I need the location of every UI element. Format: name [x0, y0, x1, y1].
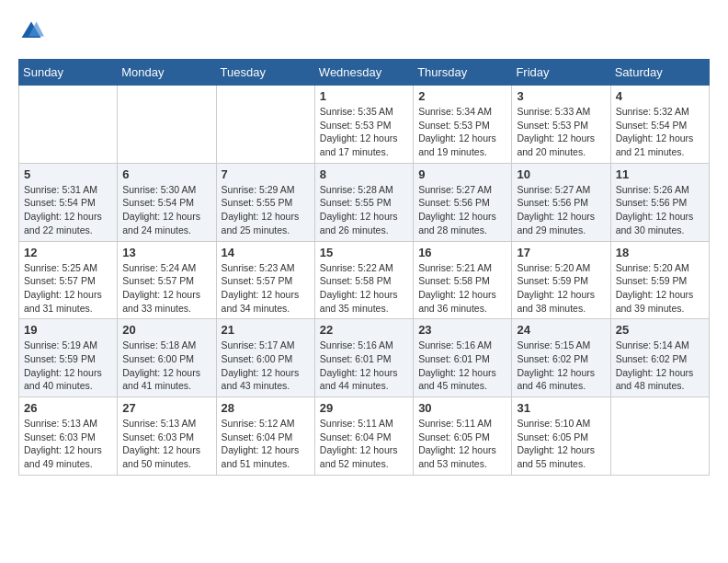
calendar-cell: 20Sunrise: 5:18 AM Sunset: 6:00 PM Dayli…	[118, 319, 216, 397]
calendar-cell: 25Sunrise: 5:14 AM Sunset: 6:02 PM Dayli…	[610, 319, 709, 397]
calendar-cell: 8Sunrise: 5:28 AM Sunset: 5:55 PM Daylig…	[314, 163, 413, 241]
calendar-cell: 18Sunrise: 5:20 AM Sunset: 5:59 PM Dayli…	[610, 241, 709, 319]
calendar-cell: 3Sunrise: 5:33 AM Sunset: 5:53 PM Daylig…	[512, 86, 610, 164]
calendar-cell: 11Sunrise: 5:26 AM Sunset: 5:56 PM Dayli…	[610, 163, 709, 241]
day-info: Sunrise: 5:33 AM Sunset: 5:53 PM Dayligh…	[517, 105, 605, 159]
calendar-cell: 6Sunrise: 5:30 AM Sunset: 5:54 PM Daylig…	[118, 163, 216, 241]
day-number: 21	[222, 323, 310, 337]
calendar-cell: 19Sunrise: 5:19 AM Sunset: 5:59 PM Dayli…	[19, 319, 118, 397]
day-info: Sunrise: 5:14 AM Sunset: 6:02 PM Dayligh…	[616, 339, 704, 393]
header-day-sunday: Sunday	[19, 60, 118, 86]
calendar-cell: 27Sunrise: 5:13 AM Sunset: 6:03 PM Dayli…	[118, 397, 216, 476]
day-info: Sunrise: 5:31 AM Sunset: 5:54 PM Dayligh…	[24, 183, 112, 237]
day-number: 8	[320, 167, 408, 181]
calendar-header-row: SundayMondayTuesdayWednesdayThursdayFrid…	[19, 60, 710, 86]
day-info: Sunrise: 5:25 AM Sunset: 5:57 PM Dayligh…	[24, 261, 112, 316]
day-number: 17	[517, 246, 605, 259]
calendar-cell: 17Sunrise: 5:20 AM Sunset: 5:59 PM Dayli…	[512, 241, 610, 319]
header-day-wednesday: Wednesday	[314, 60, 413, 86]
day-number: 16	[418, 246, 506, 259]
day-info: Sunrise: 5:12 AM Sunset: 6:04 PM Dayligh…	[222, 417, 310, 471]
day-info: Sunrise: 5:26 AM Sunset: 5:56 PM Dayligh…	[616, 183, 704, 237]
day-info: Sunrise: 5:11 AM Sunset: 6:04 PM Dayligh…	[320, 417, 408, 471]
day-info: Sunrise: 5:32 AM Sunset: 5:54 PM Dayligh…	[616, 105, 704, 159]
day-number: 31	[517, 401, 605, 415]
day-info: Sunrise: 5:11 AM Sunset: 6:05 PM Dayligh…	[418, 417, 506, 471]
day-info: Sunrise: 5:13 AM Sunset: 6:03 PM Dayligh…	[122, 417, 210, 471]
calendar-cell: 1Sunrise: 5:35 AM Sunset: 5:53 PM Daylig…	[314, 86, 413, 164]
day-number: 29	[320, 401, 408, 415]
day-number: 25	[616, 323, 704, 337]
page-header	[18, 18, 710, 44]
day-number: 4	[616, 89, 704, 103]
calendar-cell: 23Sunrise: 5:16 AM Sunset: 6:01 PM Dayli…	[414, 319, 512, 397]
calendar-cell: 28Sunrise: 5:12 AM Sunset: 6:04 PM Dayli…	[216, 397, 314, 476]
day-info: Sunrise: 5:19 AM Sunset: 5:59 PM Dayligh…	[24, 339, 112, 393]
calendar-cell: 30Sunrise: 5:11 AM Sunset: 6:05 PM Dayli…	[414, 397, 512, 476]
day-number: 30	[418, 401, 506, 415]
day-info: Sunrise: 5:28 AM Sunset: 5:55 PM Dayligh…	[320, 183, 408, 237]
logo-icon	[18, 18, 44, 44]
day-number: 19	[24, 323, 112, 337]
calendar-cell: 12Sunrise: 5:25 AM Sunset: 5:57 PM Dayli…	[19, 241, 118, 319]
week-row-2: 12Sunrise: 5:25 AM Sunset: 5:57 PM Dayli…	[19, 241, 710, 319]
calendar-cell: 24Sunrise: 5:15 AM Sunset: 6:02 PM Dayli…	[512, 319, 610, 397]
day-number: 24	[517, 323, 605, 337]
day-info: Sunrise: 5:21 AM Sunset: 5:58 PM Dayligh…	[418, 261, 506, 316]
calendar-cell: 16Sunrise: 5:21 AM Sunset: 5:58 PM Dayli…	[414, 241, 512, 319]
day-info: Sunrise: 5:20 AM Sunset: 5:59 PM Dayligh…	[517, 261, 605, 316]
day-info: Sunrise: 5:15 AM Sunset: 6:02 PM Dayligh…	[517, 339, 605, 393]
calendar-cell: 31Sunrise: 5:10 AM Sunset: 6:05 PM Dayli…	[512, 397, 610, 476]
day-number: 28	[222, 401, 310, 415]
day-number: 9	[418, 167, 506, 181]
header-day-thursday: Thursday	[414, 60, 512, 86]
calendar-cell: 22Sunrise: 5:16 AM Sunset: 6:01 PM Dayli…	[314, 319, 413, 397]
day-number: 2	[418, 89, 506, 103]
calendar-cell: 14Sunrise: 5:23 AM Sunset: 5:57 PM Dayli…	[216, 241, 314, 319]
calendar-cell: 21Sunrise: 5:17 AM Sunset: 6:00 PM Dayli…	[216, 319, 314, 397]
day-number: 12	[24, 246, 112, 259]
day-number: 10	[517, 167, 605, 181]
week-row-1: 5Sunrise: 5:31 AM Sunset: 5:54 PM Daylig…	[19, 163, 710, 241]
day-number: 23	[418, 323, 506, 337]
calendar-cell: 2Sunrise: 5:34 AM Sunset: 5:53 PM Daylig…	[414, 86, 512, 164]
day-number: 14	[222, 246, 310, 259]
day-number: 3	[517, 89, 605, 103]
day-info: Sunrise: 5:30 AM Sunset: 5:54 PM Dayligh…	[122, 183, 210, 237]
day-number: 1	[320, 89, 408, 103]
day-number: 7	[222, 167, 310, 181]
logo	[18, 18, 48, 44]
calendar-cell: 4Sunrise: 5:32 AM Sunset: 5:54 PM Daylig…	[610, 86, 709, 164]
day-info: Sunrise: 5:10 AM Sunset: 6:05 PM Dayligh…	[517, 417, 605, 471]
day-number: 20	[122, 323, 210, 337]
calendar-cell: 10Sunrise: 5:27 AM Sunset: 5:56 PM Dayli…	[512, 163, 610, 241]
calendar-cell: 15Sunrise: 5:22 AM Sunset: 5:58 PM Dayli…	[314, 241, 413, 319]
day-info: Sunrise: 5:16 AM Sunset: 6:01 PM Dayligh…	[418, 339, 506, 393]
day-info: Sunrise: 5:23 AM Sunset: 5:57 PM Dayligh…	[222, 261, 310, 316]
calendar-cell	[19, 86, 118, 164]
day-info: Sunrise: 5:34 AM Sunset: 5:53 PM Dayligh…	[418, 105, 506, 159]
calendar-cell: 7Sunrise: 5:29 AM Sunset: 5:55 PM Daylig…	[216, 163, 314, 241]
day-info: Sunrise: 5:27 AM Sunset: 5:56 PM Dayligh…	[418, 183, 506, 237]
calendar-cell: 29Sunrise: 5:11 AM Sunset: 6:04 PM Dayli…	[314, 397, 413, 476]
day-info: Sunrise: 5:24 AM Sunset: 5:57 PM Dayligh…	[122, 261, 210, 316]
calendar-cell	[118, 86, 216, 164]
header-day-friday: Friday	[512, 60, 610, 86]
day-number: 26	[24, 401, 112, 415]
day-info: Sunrise: 5:27 AM Sunset: 5:56 PM Dayligh…	[517, 183, 605, 237]
day-info: Sunrise: 5:18 AM Sunset: 6:00 PM Dayligh…	[122, 339, 210, 393]
day-info: Sunrise: 5:20 AM Sunset: 5:59 PM Dayligh…	[616, 261, 704, 316]
day-info: Sunrise: 5:16 AM Sunset: 6:01 PM Dayligh…	[320, 339, 408, 393]
day-number: 15	[320, 246, 408, 259]
calendar-cell: 26Sunrise: 5:13 AM Sunset: 6:03 PM Dayli…	[19, 397, 118, 476]
calendar-cell: 9Sunrise: 5:27 AM Sunset: 5:56 PM Daylig…	[414, 163, 512, 241]
week-row-4: 26Sunrise: 5:13 AM Sunset: 6:03 PM Dayli…	[19, 397, 710, 476]
day-number: 5	[24, 167, 112, 181]
day-number: 22	[320, 323, 408, 337]
header-day-saturday: Saturday	[610, 60, 709, 86]
day-number: 27	[122, 401, 210, 415]
calendar-cell: 5Sunrise: 5:31 AM Sunset: 5:54 PM Daylig…	[19, 163, 118, 241]
day-info: Sunrise: 5:35 AM Sunset: 5:53 PM Dayligh…	[320, 105, 408, 159]
day-info: Sunrise: 5:13 AM Sunset: 6:03 PM Dayligh…	[24, 417, 112, 471]
week-row-3: 19Sunrise: 5:19 AM Sunset: 5:59 PM Dayli…	[19, 319, 710, 397]
